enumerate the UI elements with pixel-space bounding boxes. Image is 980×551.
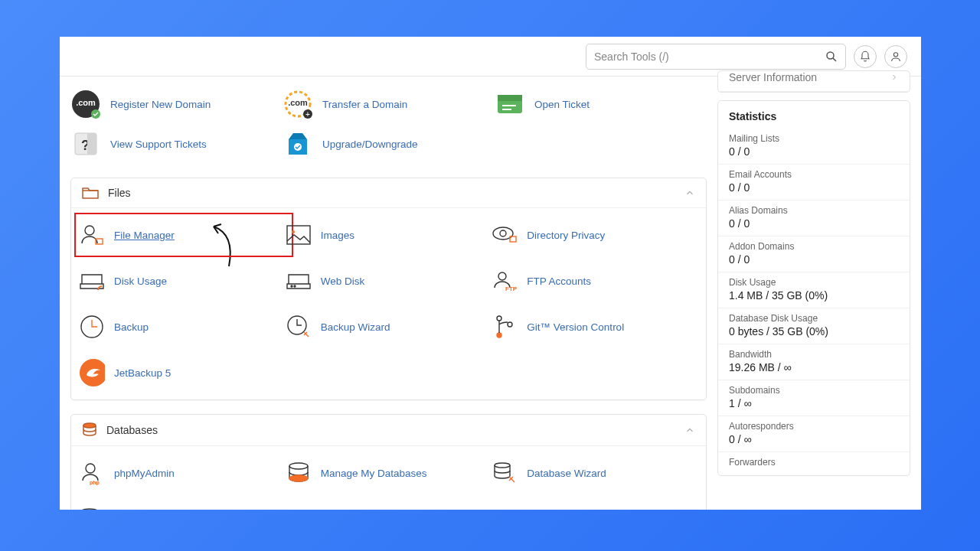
git-icon [492, 314, 518, 340]
tool-database-wizard[interactable]: Database Wizard [492, 457, 698, 489]
svg-rect-20 [287, 226, 310, 244]
tool-label: FTP Accounts [527, 276, 591, 287]
svg-point-23 [500, 230, 506, 236]
tool-manage-databases[interactable]: Manage My Databases [286, 457, 492, 489]
stat-label: Database Disk Usage [729, 313, 899, 324]
tool-label: Manage My Databases [321, 468, 427, 479]
shortcut-transfer-domain[interactable]: .com+ Transfer a Domain [283, 84, 495, 124]
svg-point-27 [498, 272, 506, 280]
shortcut-label: Register New Domain [110, 99, 211, 110]
stat-label: Forwarders [729, 457, 899, 468]
shortcut-label: View Support Tickets [110, 139, 207, 150]
stat-value: 0 / 0 [729, 181, 899, 194]
svg-point-35 [83, 423, 96, 428]
shortcut-upgrade-downgrade[interactable]: Upgrade/Downgrade [283, 124, 495, 164]
stat-row: Database Disk Usage0 bytes / 35 GB (0%) [718, 308, 910, 344]
tool-web-disk[interactable]: Web Disk [286, 265, 492, 297]
svg-text:.com: .com [76, 98, 96, 107]
user-button[interactable] [884, 45, 907, 68]
tool-disk-usage[interactable]: Disk Usage [79, 265, 286, 297]
tool-label: Disk Usage [114, 276, 167, 287]
statistics-panel: Statistics Mailing Lists0 / 0Email Accou… [717, 100, 910, 476]
cpanel-window: .com Register New Domain .com+ Transfer … [60, 37, 921, 510]
search-input[interactable] [586, 44, 846, 70]
stat-row: Bandwidth19.26 MB / ∞ [718, 344, 910, 380]
server-info-panel[interactable]: Server Information [717, 70, 910, 93]
svg-point-26 [294, 285, 296, 287]
files-panel-body: File Manager Images Direct [71, 208, 706, 399]
jetbackup-icon [79, 360, 105, 386]
svg-point-25 [291, 285, 292, 287]
stat-label: Email Accounts [729, 169, 899, 180]
svg-text:+: + [305, 110, 310, 119]
panel-title: Databases [106, 424, 158, 436]
tool-label: JetBackup 5 [114, 367, 171, 379]
stat-value: 0 bytes / 35 GB (0%) [729, 325, 899, 337]
tool-images[interactable]: Images [286, 219, 492, 251]
stat-row: Subdomains1 / ∞ [718, 380, 910, 416]
ftp-accounts-icon: FTP [492, 268, 518, 294]
svg-point-32 [497, 333, 501, 337]
stat-label: Subdomains [729, 385, 899, 396]
upgrade-icon [283, 129, 313, 159]
files-panel-header[interactable]: Files [71, 178, 706, 208]
remote-db-icon [79, 506, 105, 510]
shortcut-view-tickets[interactable]: ? View Support Tickets [70, 124, 283, 164]
tool-label: Backup [114, 321, 149, 333]
tool-jetbackup-5[interactable]: JetBackup 5 [79, 357, 286, 389]
images-icon [286, 222, 312, 248]
stat-value: 0 / ∞ [729, 433, 899, 445]
tool-backup-wizard[interactable]: Backup Wizard [286, 311, 492, 343]
content: .com Register New Domain .com+ Transfer … [60, 77, 921, 510]
svg-line-1 [833, 57, 836, 60]
search-icon [825, 50, 838, 64]
tool-ftp-accounts[interactable]: FTP FTP Accounts [492, 265, 698, 297]
svg-point-40 [495, 463, 510, 468]
tool-label: Backup Wizard [321, 321, 390, 333]
chevron-up-icon [684, 187, 695, 198]
tool-label: Git™ Version Control [527, 321, 624, 333]
phpmyadmin-icon: php [79, 460, 105, 486]
tool-phpmyadmin[interactable]: php phpMyAdmin [79, 457, 286, 489]
databases-panel-body: php phpMyAdmin Manage My Databases [71, 446, 706, 510]
backup-wizard-icon [286, 314, 312, 340]
tool-remote-db-access[interactable]: Remote Database Access [79, 503, 286, 510]
manage-db-icon [286, 460, 312, 486]
shortcut-register-domain[interactable]: .com Register New Domain [70, 84, 283, 124]
tool-file-manager[interactable]: File Manager [74, 213, 293, 257]
tool-directory-privacy[interactable]: Directory Privacy [492, 219, 698, 251]
svg-point-18 [85, 226, 94, 235]
tool-label: Web Disk [321, 276, 365, 287]
svg-point-21 [292, 230, 295, 233]
svg-text:FTP: FTP [505, 285, 518, 292]
svg-point-39 [289, 475, 308, 481]
shortcut-label: Upgrade/Downgrade [322, 139, 418, 150]
svg-rect-11 [498, 95, 522, 101]
web-disk-icon [286, 268, 312, 294]
stat-row: Alias Domains0 / 0 [718, 200, 910, 236]
chevron-right-icon [890, 73, 899, 82]
tool-git-version-control[interactable]: Git™ Version Control [492, 311, 698, 343]
stat-label: Disk Usage [729, 277, 899, 288]
tool-label: Directory Privacy [527, 230, 605, 241]
server-info-label: Server Information [729, 71, 817, 83]
side-column: Server Information Statistics Mailing Li… [717, 77, 921, 510]
databases-panel-header[interactable]: Databases [71, 415, 706, 446]
file-manager-icon [79, 222, 105, 248]
svg-point-31 [497, 316, 501, 321]
stat-row: Addon Domains0 / 0 [718, 236, 910, 272]
stat-label: Alias Domains [729, 205, 899, 216]
svg-point-33 [508, 322, 512, 327]
tool-backup[interactable]: Backup [79, 311, 286, 343]
shortcut-open-ticket[interactable]: Open Ticket [495, 84, 707, 124]
tool-label: Images [321, 230, 354, 241]
stat-label: Addon Domains [729, 241, 899, 252]
db-wizard-icon [492, 460, 518, 486]
svg-text:.com: .com [288, 98, 308, 107]
notifications-button[interactable] [854, 45, 877, 68]
stat-value: 0 / 0 [729, 145, 899, 158]
stat-row: Email Accounts0 / 0 [718, 164, 910, 200]
svg-point-36 [86, 464, 95, 473]
svg-point-41 [82, 509, 97, 510]
stat-row: Disk Usage1.4 MB / 35 GB (0%) [718, 272, 910, 308]
